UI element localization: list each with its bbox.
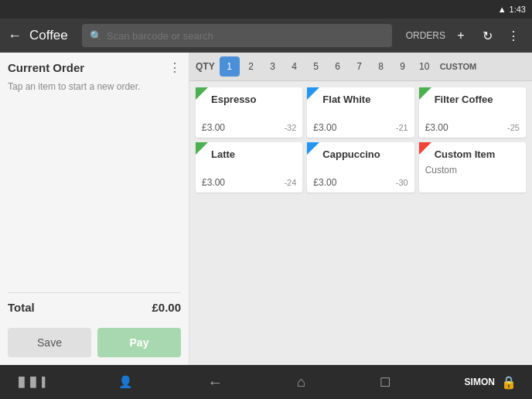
search-input[interactable] <box>107 30 384 42</box>
item-card[interactable]: Cappuccino £3.00 -30 <box>307 142 414 193</box>
item-stock: -24 <box>284 178 296 187</box>
top-bar-actions: ORDERS + ↻ ⋮ <box>406 25 524 46</box>
item-price: £3.00 <box>313 122 336 133</box>
pay-button[interactable]: Pay <box>97 328 181 357</box>
lock-icon[interactable]: 🔒 <box>501 375 517 390</box>
order-items-area <box>8 100 181 292</box>
item-bottom: £3.00 -30 <box>313 177 408 188</box>
back-button[interactable]: ← <box>8 28 22 44</box>
page-title: Coffee <box>29 28 68 43</box>
user-name: SIMON <box>465 377 495 387</box>
item-bottom: £3.00 -24 <box>202 177 296 188</box>
item-name: Latte <box>202 147 296 160</box>
item-name: Cappuccino <box>313 147 408 160</box>
back-nav-button[interactable]: ← <box>207 373 223 391</box>
qty-tabs: QTY 1 2 3 4 5 6 7 8 9 10 CUSTOM <box>189 53 532 81</box>
qty-tab-6[interactable]: 6 <box>328 56 348 77</box>
item-name: Flat White <box>313 92 408 105</box>
total-value: £0.00 <box>152 301 181 314</box>
item-bottom: £3.00 -25 <box>425 122 520 133</box>
bottom-nav: ▐▌▐▌▐ 👤 ← ⌂ ☐ SIMON 🔒 <box>0 365 532 399</box>
qty-tab-1[interactable]: 1 <box>220 56 240 77</box>
nav-right: SIMON 🔒 <box>465 375 517 390</box>
qty-tab-8[interactable]: 8 <box>371 56 391 77</box>
tap-hint: Tap an item to start a new order. <box>8 81 181 92</box>
search-icon: 🔍 <box>90 30 102 42</box>
item-price: £3.00 <box>202 177 225 188</box>
home-nav-button[interactable]: ⌂ <box>297 374 305 390</box>
item-card[interactable]: Latte £3.00 -24 <box>196 142 302 193</box>
qty-tab-4[interactable]: 4 <box>285 56 305 77</box>
item-name: Espresso <box>202 92 296 105</box>
right-panel: QTY 1 2 3 4 5 6 7 8 9 10 CUSTOM Espresso… <box>189 53 532 365</box>
current-order-title: Current Order <box>8 61 84 74</box>
qty-tab-3[interactable]: 3 <box>263 56 283 77</box>
item-card[interactable]: Flat White £3.00 -21 <box>307 87 414 138</box>
main-content: Current Order ⋮ Tap an item to start a n… <box>0 53 532 365</box>
current-order-header: Current Order ⋮ <box>8 60 181 75</box>
orders-label: ORDERS <box>406 30 445 41</box>
qty-tab-9[interactable]: 9 <box>393 56 413 77</box>
save-button[interactable]: Save <box>8 328 91 357</box>
custom-item-input[interactable] <box>425 165 520 176</box>
item-card[interactable]: Espresso £3.00 -32 <box>196 87 302 138</box>
time-display: 1:43 <box>510 5 526 14</box>
qty-label: QTY <box>196 61 215 72</box>
item-bottom: £3.00 -21 <box>313 122 408 133</box>
item-price: £3.00 <box>202 122 225 133</box>
item-price: £3.00 <box>425 122 448 133</box>
recents-nav-button[interactable]: ☐ <box>380 375 390 390</box>
qty-custom-button[interactable]: CUSTOM <box>438 62 479 71</box>
action-buttons: Save Pay <box>8 328 181 357</box>
left-panel: Current Order ⋮ Tap an item to start a n… <box>0 53 189 365</box>
total-label: Total <box>8 301 35 314</box>
item-stock: -25 <box>507 123 520 132</box>
custom-item-name: Custom Item <box>425 147 520 160</box>
order-more-button[interactable]: ⋮ <box>169 60 181 75</box>
search-bar[interactable]: 🔍 <box>82 24 392 47</box>
item-bottom: £3.00 -32 <box>202 122 296 133</box>
status-bar: ▲ 1:43 <box>0 0 532 19</box>
total-row: Total £0.00 <box>8 292 181 322</box>
item-stock: -32 <box>284 123 296 132</box>
barcode-icon: ▐▌▐▌▐ <box>15 377 45 387</box>
refresh-button[interactable]: ↻ <box>476 25 498 46</box>
item-name: Filter Coffee <box>425 92 520 105</box>
more-menu-button[interactable]: ⋮ <box>503 25 524 46</box>
qty-tab-5[interactable]: 5 <box>306 56 326 77</box>
items-grid: Espresso £3.00 -32 Flat White £3.00 -21 … <box>189 81 532 199</box>
qty-tab-7[interactable]: 7 <box>350 56 370 77</box>
item-card[interactable]: Filter Coffee £3.00 -25 <box>419 87 526 138</box>
custom-item-card[interactable]: Custom Item <box>419 142 526 193</box>
qty-tab-2[interactable]: 2 <box>241 56 261 77</box>
item-price: £3.00 <box>313 177 336 188</box>
item-stock: -21 <box>396 123 408 132</box>
item-stock: -30 <box>396 178 408 187</box>
wifi-icon: ▲ <box>498 5 506 14</box>
top-bar: ← Coffee 🔍 ORDERS + ↻ ⋮ <box>0 19 532 53</box>
user-icon: 👤 <box>118 375 133 389</box>
add-button[interactable]: + <box>450 25 472 46</box>
qty-tab-10[interactable]: 10 <box>414 56 435 77</box>
